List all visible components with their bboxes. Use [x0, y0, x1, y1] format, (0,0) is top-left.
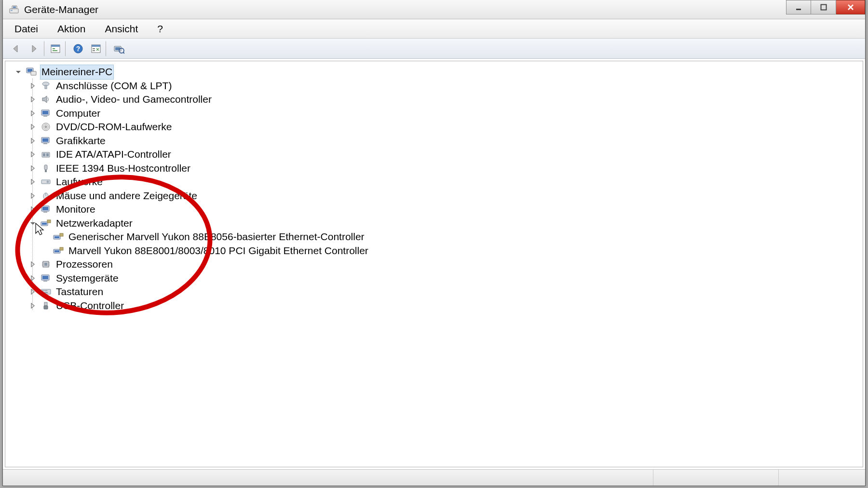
tree-device[interactable]: Generischer Marvell Yukon 88E8056-basier… [15, 230, 863, 244]
close-button[interactable] [836, 0, 865, 14]
forward-button[interactable] [27, 41, 44, 56]
tree-category-label[interactable]: Netzwerkadapter [54, 217, 134, 230]
tree-root[interactable]: Meinereiner-PC [15, 65, 863, 79]
expand-icon[interactable] [29, 178, 36, 185]
collapse-icon[interactable] [29, 220, 36, 227]
tree-category-label[interactable]: Grafikkarte [54, 134, 107, 148]
tree-category[interactable]: Anschlüsse (COM & LPT) [15, 79, 863, 93]
tree-device[interactable]: Marvell Yukon 88E8001/8003/8010 PCI Giga… [15, 244, 863, 258]
window-buttons [786, 0, 865, 19]
tree-category[interactable]: Prozessoren [15, 258, 863, 271]
menu-help[interactable]: ? [154, 21, 166, 37]
svg-rect-73 [44, 306, 48, 309]
tree-container: Meinereiner-PC Anschlüsse (COM & LPT) Au… [5, 61, 863, 467]
svg-rect-3 [13, 6, 16, 8]
mouse-icon [40, 191, 52, 201]
expand-icon[interactable] [29, 261, 36, 268]
svg-rect-53 [54, 250, 59, 252]
status-cell [778, 470, 865, 486]
tree-root-label[interactable]: Meinereiner-PC [40, 65, 114, 80]
tree-category-label[interactable]: Computer [54, 107, 102, 121]
device-tree[interactable]: Meinereiner-PC Anschlüsse (COM & LPT) Au… [5, 61, 863, 312]
menu-view[interactable]: Ansicht [102, 21, 141, 37]
svg-rect-48 [47, 220, 51, 223]
expand-icon[interactable] [29, 151, 36, 158]
monitor-icon [40, 204, 52, 214]
tree-category-network[interactable]: Netzwerkadapter [15, 217, 863, 230]
tree-category[interactable]: Mäuse und andere Zeigegeräte [15, 189, 863, 203]
svg-rect-44 [42, 207, 48, 210]
tree-category-label[interactable]: Tastaturen [54, 285, 105, 299]
svg-rect-68 [43, 290, 44, 291]
expand-icon[interactable] [29, 275, 36, 282]
show-hide-tree-button[interactable] [48, 41, 66, 56]
computer-icon [26, 67, 37, 77]
menu-action[interactable]: Aktion [54, 21, 88, 37]
tree-line [32, 79, 33, 310]
minimize-button[interactable] [786, 0, 811, 14]
expand-icon[interactable] [29, 192, 36, 199]
tree-category[interactable]: Systemgeräte [15, 271, 863, 285]
expand-icon[interactable] [29, 96, 36, 103]
ieee1394-icon [40, 163, 52, 173]
tree-category[interactable]: USB-Controller [15, 299, 863, 313]
svg-rect-4 [796, 9, 801, 10]
tree-category-label[interactable]: Monitore [54, 203, 97, 217]
svg-rect-14 [93, 48, 95, 49]
expand-icon[interactable] [29, 302, 36, 309]
network-adapter-icon [53, 246, 64, 256]
expand-icon[interactable] [29, 82, 36, 89]
tree-category-label[interactable]: Systemgeräte [54, 271, 120, 285]
tree-category[interactable]: IDE ATA/ATAPI-Controller [15, 148, 863, 162]
titlebar[interactable]: Geräte-Manager [3, 0, 865, 19]
svg-rect-56 [44, 263, 47, 266]
tree-category-label[interactable]: Audio-, Video- und Gamecontroller [54, 93, 213, 107]
scan-hardware-button[interactable] [110, 41, 127, 56]
device-manager-window: Geräte-Manager Datei Aktion Ansicht ? ? … [2, 0, 866, 486]
expand-icon[interactable] [29, 165, 36, 172]
tree-category-label[interactable]: DVD/CD-ROM-Laufwerke [54, 120, 173, 134]
tree-category-label[interactable]: Mäuse und andere Zeigegeräte [54, 189, 199, 203]
svg-rect-54 [60, 247, 63, 250]
tree-category-label[interactable]: Laufwerke [54, 175, 104, 189]
svg-rect-26 [42, 111, 48, 114]
svg-text:?: ? [76, 45, 81, 53]
tree-device-label[interactable]: Generischer Marvell Yukon 88E8056-basier… [67, 230, 366, 244]
drive-icon [40, 177, 52, 187]
tree-category[interactable]: Tastaturen [15, 285, 863, 299]
system-devices-icon [40, 273, 52, 283]
svg-rect-38 [45, 170, 47, 172]
tree-category-label[interactable]: Anschlüsse (COM & LPT) [54, 79, 173, 93]
help-button[interactable]: ? [69, 41, 87, 56]
svg-rect-66 [41, 289, 51, 294]
svg-rect-47 [42, 223, 47, 225]
tree-category[interactable]: Audio-, Video- und Gamecontroller [15, 93, 863, 107]
svg-rect-13 [92, 45, 100, 47]
menu-file[interactable]: Datei [12, 21, 41, 37]
tree-category[interactable]: Grafikkarte [15, 134, 863, 148]
expand-icon[interactable] [29, 288, 36, 295]
properties-button[interactable] [89, 41, 106, 56]
svg-rect-24 [45, 85, 47, 89]
svg-rect-71 [43, 292, 48, 293]
tree-category[interactable]: Laufwerke [15, 175, 863, 189]
tree-category-label[interactable]: USB-Controller [54, 299, 125, 313]
tree-category[interactable]: IEEE 1394 Bus-Hostcontroller [15, 162, 863, 176]
tree-category-label[interactable]: IEEE 1394 Bus-Hostcontroller [54, 162, 192, 176]
tree-device-label[interactable]: Marvell Yukon 88E8001/8003/8010 PCI Giga… [67, 244, 370, 258]
back-button[interactable] [8, 41, 25, 56]
tree-category-label[interactable]: IDE ATA/ATAPI-Controller [54, 148, 173, 162]
tree-category[interactable]: Computer [15, 107, 863, 121]
expand-icon[interactable] [29, 123, 36, 130]
tree-category[interactable]: Monitore [15, 203, 863, 217]
expand-icon[interactable] [29, 137, 36, 144]
maximize-button[interactable] [811, 0, 836, 14]
expand-icon[interactable] [29, 206, 36, 213]
svg-rect-65 [43, 281, 47, 282]
svg-rect-32 [42, 138, 48, 142]
collapse-icon[interactable] [15, 68, 22, 75]
expand-icon[interactable] [29, 110, 36, 117]
tree-category[interactable]: DVD/CD-ROM-Laufwerke [15, 120, 863, 134]
keyboard-icon [40, 287, 52, 297]
tree-category-label[interactable]: Prozessoren [54, 258, 114, 271]
